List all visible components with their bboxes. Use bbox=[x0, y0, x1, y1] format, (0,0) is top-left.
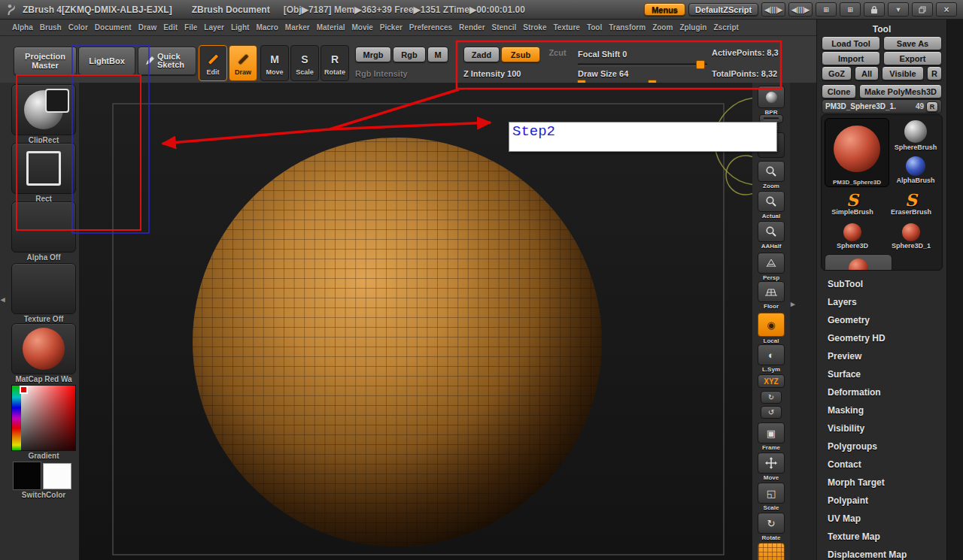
clone-button[interactable]: Clone bbox=[822, 84, 856, 98]
menu-tool[interactable]: Tool bbox=[584, 22, 605, 33]
rotate-canvas-button[interactable]: ↻ bbox=[758, 513, 785, 534]
actual-button[interactable] bbox=[758, 191, 785, 212]
section-morph-target[interactable]: Morph Target bbox=[817, 474, 946, 492]
r-button[interactable]: R bbox=[927, 66, 942, 80]
menu-brush[interactable]: Brush bbox=[37, 22, 65, 33]
section-deformation[interactable]: Deformation bbox=[817, 383, 946, 401]
current-tool-thumb[interactable]: PM3D_Sphere3D bbox=[825, 118, 889, 187]
menu-macro[interactable]: Macro bbox=[253, 22, 281, 33]
switch-color-widget[interactable] bbox=[11, 462, 74, 490]
draw-button[interactable]: Draw bbox=[229, 45, 257, 81]
local-button[interactable]: ◉ bbox=[758, 313, 785, 337]
quick-sketch-button[interactable]: Quick Sketch bbox=[138, 47, 196, 75]
section-texture-map[interactable]: Texture Map bbox=[817, 528, 946, 546]
zsub-button[interactable]: Zsub bbox=[501, 47, 540, 62]
panel-collapse-right-icon[interactable]: ▸ bbox=[791, 299, 795, 309]
menu-alpha[interactable]: Alpha bbox=[9, 22, 36, 33]
move-canvas-button[interactable] bbox=[758, 453, 785, 474]
goz-button[interactable]: GoZ bbox=[822, 66, 852, 80]
section-masking[interactable]: Masking bbox=[817, 401, 946, 419]
secondary-color-swatch[interactable] bbox=[43, 463, 71, 489]
menus-button[interactable]: Menus bbox=[644, 3, 685, 16]
alpha-thumb[interactable] bbox=[11, 201, 76, 253]
rotate-button[interactable]: R Rotate bbox=[320, 45, 349, 81]
menu-render[interactable]: Render bbox=[456, 22, 488, 33]
section-geometry-hd[interactable]: Geometry HD bbox=[817, 329, 946, 347]
selected-tool-item[interactable]: PM3D_Sphere3D bbox=[825, 254, 892, 271]
import-button[interactable]: Import bbox=[822, 51, 880, 65]
menu-edit[interactable]: Edit bbox=[160, 22, 181, 33]
section-subtool[interactable]: SubTool bbox=[817, 275, 946, 293]
scale-canvas-button[interactable]: ◱ bbox=[758, 483, 785, 504]
sphere3d-item[interactable]: Sphere3D bbox=[825, 220, 880, 252]
menu-zscript[interactable]: Zscript bbox=[710, 22, 741, 33]
dock-right-icon[interactable]: ⊞ bbox=[840, 2, 861, 17]
polyframe-button[interactable] bbox=[758, 543, 785, 560]
color-picker[interactable] bbox=[11, 385, 76, 451]
spherebrush-item[interactable]: SphereBrush bbox=[892, 118, 939, 153]
projection-master-button[interactable]: Projection Master bbox=[14, 47, 77, 75]
shelf-slider-right-icon[interactable]: ◀||||▶ bbox=[788, 2, 813, 17]
section-displacement-map[interactable]: Displacement Map bbox=[817, 546, 946, 560]
texture-thumb[interactable] bbox=[11, 263, 76, 314]
section-surface[interactable]: Surface bbox=[817, 365, 946, 383]
menu-marker[interactable]: Marker bbox=[282, 22, 313, 33]
close-icon[interactable]: × bbox=[936, 2, 957, 17]
zadd-button[interactable]: Zadd bbox=[463, 47, 500, 62]
menu-preferences[interactable]: Preferences bbox=[406, 22, 455, 33]
aahalf-button[interactable] bbox=[758, 221, 785, 242]
section-contact[interactable]: Contact bbox=[817, 456, 946, 474]
menu-picker[interactable]: Picker bbox=[377, 22, 406, 33]
eraserbrush-item[interactable]: S EraserBrush bbox=[883, 187, 939, 220]
document-canvas[interactable] bbox=[79, 83, 752, 560]
floor-button[interactable] bbox=[758, 281, 785, 302]
menu-zplugin[interactable]: Zplugin bbox=[676, 22, 709, 33]
stroke-cliprect-thumb[interactable] bbox=[11, 84, 76, 135]
alphabrush-item[interactable]: AlphaBrush bbox=[892, 153, 939, 187]
lock-icon[interactable] bbox=[864, 2, 885, 17]
stroke-rect-thumb[interactable] bbox=[11, 143, 76, 194]
all-button[interactable]: All bbox=[855, 66, 879, 80]
frame-button[interactable]: ▣ bbox=[758, 422, 785, 443]
bpr-button[interactable] bbox=[758, 86, 785, 108]
menu-movie[interactable]: Movie bbox=[348, 22, 375, 33]
restore-icon[interactable] bbox=[912, 2, 933, 17]
menu-texture[interactable]: Texture bbox=[550, 22, 582, 33]
simplebrush-item[interactable]: S SimpleBrush bbox=[825, 187, 880, 220]
menu-stroke[interactable]: Stroke bbox=[520, 22, 549, 33]
menu-layer[interactable]: Layer bbox=[201, 22, 227, 33]
scale-button[interactable]: S Scale bbox=[290, 45, 319, 81]
section-polypaint[interactable]: Polypaint bbox=[817, 492, 946, 510]
menu-transform[interactable]: Transform bbox=[606, 22, 649, 33]
minimize-icon[interactable]: ▼ bbox=[888, 2, 909, 17]
hue-strip[interactable] bbox=[12, 386, 21, 450]
move-button[interactable]: M Move bbox=[260, 45, 289, 81]
panel-collapse-left-icon[interactable]: ◂ bbox=[1, 295, 5, 304]
sv-square[interactable] bbox=[21, 386, 75, 450]
lsym-button[interactable]: ◐ bbox=[758, 344, 785, 365]
axis-toggle-1-icon[interactable]: ↻ bbox=[761, 391, 782, 404]
make-polymesh3d-button[interactable]: Make PolyMesh3D bbox=[859, 84, 942, 98]
save-as-button[interactable]: Save As bbox=[883, 36, 942, 50]
material-thumb[interactable] bbox=[11, 323, 76, 374]
visible-button[interactable]: Visible bbox=[882, 66, 924, 80]
section-geometry[interactable]: Geometry bbox=[817, 311, 946, 329]
xyz-button[interactable]: XYZ bbox=[758, 374, 785, 388]
section-layers[interactable]: Layers bbox=[817, 293, 946, 311]
section-polygroups[interactable]: Polygroups bbox=[817, 437, 946, 456]
menu-draw[interactable]: Draw bbox=[135, 22, 159, 33]
load-tool-button[interactable]: Load Tool bbox=[822, 36, 880, 50]
persp-button[interactable] bbox=[758, 253, 785, 274]
menu-zoom[interactable]: Zoom bbox=[649, 22, 676, 33]
edit-button[interactable]: Edit bbox=[199, 45, 227, 81]
section-uv-map[interactable]: UV Map bbox=[817, 510, 946, 528]
active-tool-bar[interactable]: PM3D_Sphere3D_1. 49 R bbox=[822, 99, 942, 114]
axis-toggle-2-icon[interactable]: ↺ bbox=[761, 406, 782, 419]
zoom-button[interactable] bbox=[758, 161, 785, 182]
export-button[interactable]: Export bbox=[883, 51, 942, 65]
section-preview[interactable]: Preview bbox=[817, 347, 946, 365]
menu-stencil[interactable]: Stencil bbox=[489, 22, 520, 33]
menu-material[interactable]: Material bbox=[314, 22, 348, 33]
menu-file[interactable]: File bbox=[181, 22, 200, 33]
sphere3d-1-item[interactable]: Sphere3D_1 bbox=[883, 220, 939, 252]
